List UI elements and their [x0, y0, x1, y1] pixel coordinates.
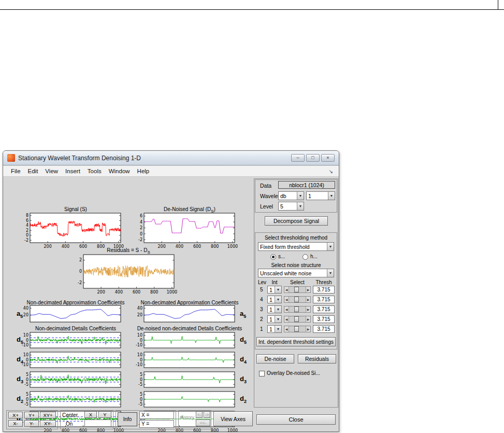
menu-view[interactable]: View: [41, 167, 62, 175]
slider-thumb[interactable]: [294, 306, 299, 312]
menu-help[interactable]: Help: [134, 167, 153, 175]
int-settings-button[interactable]: Int. dependent threshold settings: [256, 337, 336, 346]
dropdown-arrow-icon[interactable]: ▼: [297, 202, 304, 210]
center-on-field[interactable]: [84, 420, 111, 427]
threshold-input-5[interactable]: [313, 286, 335, 294]
threshold-slider-2[interactable]: ◀ ▶: [284, 316, 311, 323]
dropdown-arrow-icon[interactable]: ▼: [275, 316, 281, 323]
detail-d3-axes-right[interactable]: 50-5: [144, 372, 235, 387]
signal-axes[interactable]: 86420-22004006008001000: [30, 213, 121, 243]
int-select-5[interactable]: 1 ▼: [267, 286, 282, 294]
close-button[interactable]: Close: [256, 414, 336, 425]
detail-d5-axes-left[interactable]: 100-10: [30, 332, 121, 348]
slider-right-arrow-icon[interactable]: ▶: [306, 287, 310, 292]
zoom-x-minus-button[interactable]: X-: [8, 420, 23, 427]
residuals-axes[interactable]: 20-22004006008001000: [83, 255, 174, 288]
dropdown-arrow-icon[interactable]: ▼: [328, 192, 335, 200]
center-y-button[interactable]: Y: [98, 411, 111, 418]
decompose-button[interactable]: Decompose Signal: [265, 216, 328, 226]
slider-thumb[interactable]: [294, 287, 299, 292]
threshold-input-2[interactable]: [313, 315, 335, 323]
slider-thumb[interactable]: [294, 297, 299, 302]
dropdown-arrow-icon[interactable]: ▼: [275, 326, 281, 332]
approx-a5-axes-right[interactable]: 4020: [144, 305, 235, 322]
approx-a5-axes-left[interactable]: 4020: [30, 305, 121, 322]
dropdown-arrow-icon[interactable]: ▼: [327, 243, 334, 250]
history-forward-button[interactable]: ->: [204, 411, 210, 418]
slider-thumb[interactable]: [294, 326, 299, 332]
int-select-4[interactable]: 1 ▼: [267, 296, 282, 303]
zoom-x-plus-button[interactable]: X+: [8, 412, 23, 418]
view-axes-button[interactable]: View Axes: [213, 411, 253, 426]
history-label: History: [180, 415, 194, 420]
soft-threshold-radio[interactable]: [270, 254, 276, 260]
slider-left-arrow-icon[interactable]: ◀: [284, 326, 289, 332]
threshold-method-select[interactable]: Fixed form threshold ▼: [258, 242, 334, 251]
d4-label-right: d4: [240, 355, 247, 365]
detail-d3-axes-left[interactable]: 50-5: [30, 372, 121, 387]
noise-structure-select[interactable]: Unscaled white noise ▼: [258, 269, 334, 277]
threshold-input-1[interactable]: [313, 325, 335, 333]
slider-left-arrow-icon[interactable]: ◀: [284, 287, 289, 292]
threshold-slider-4[interactable]: ◀ ▶: [284, 296, 311, 303]
dropdown-arrow-icon[interactable]: ▼: [275, 306, 281, 313]
detail-d2-axes-right[interactable]: 50-5: [144, 392, 235, 407]
threshold-input-4[interactable]: [313, 296, 335, 303]
menu-insert[interactable]: Insert: [62, 167, 84, 175]
slider-right-arrow-icon[interactable]: ▶: [306, 316, 310, 322]
menu-window[interactable]: Window: [105, 167, 134, 175]
slider-left-arrow-icon[interactable]: ◀: [284, 297, 289, 302]
minimize-button[interactable]: –: [291, 154, 305, 162]
a5-label-right: a5: [240, 310, 246, 319]
residuals-button[interactable]: Residuals: [298, 354, 336, 364]
int-select-1[interactable]: 1 ▼: [267, 325, 282, 333]
svg-text:5: 5: [26, 392, 28, 397]
svg-text:-2: -2: [24, 238, 28, 243]
dropdown-arrow-icon[interactable]: ▼: [297, 192, 304, 200]
overlay-checkbox[interactable]: [259, 371, 265, 376]
slider-left-arrow-icon[interactable]: ◀: [284, 306, 289, 312]
detail-d5-axes-right[interactable]: 100-10: [144, 332, 235, 348]
svg-text:800: 800: [211, 428, 219, 433]
zoom-y-minus-button[interactable]: Y-: [24, 420, 39, 427]
slider-right-arrow-icon[interactable]: ▶: [306, 326, 310, 332]
threshold-slider-1[interactable]: ◀ ▶: [284, 326, 311, 332]
menu-file[interactable]: File: [7, 167, 24, 175]
window-close-button[interactable]: ×: [321, 154, 335, 162]
history-back-button[interactable]: <-: [196, 411, 203, 418]
history-rewind-button[interactable]: <<-: [196, 420, 210, 426]
int-select-2[interactable]: 1 ▼: [267, 315, 282, 323]
maximize-button[interactable]: □: [306, 154, 320, 162]
dock-arrow-icon[interactable]: ↘: [327, 169, 335, 174]
level-select[interactable]: 5 ▼: [278, 202, 304, 211]
slider-left-arrow-icon[interactable]: ◀: [284, 316, 289, 322]
menu-edit[interactable]: Edit: [24, 167, 42, 175]
int-select-3[interactable]: 1 ▼: [267, 305, 282, 313]
slider-right-arrow-icon[interactable]: ▶: [306, 306, 310, 312]
window-titlebar[interactable]: Stationary Wavelet Transform Denoising 1…: [3, 151, 339, 165]
detail-d2-axes-left[interactable]: 50-5: [30, 392, 121, 407]
denoise-button[interactable]: De-noise: [256, 354, 294, 364]
wavelet-family-select[interactable]: db ▼: [278, 191, 304, 200]
dropdown-arrow-icon[interactable]: ▼: [275, 296, 281, 303]
info-y-display: Y =: [139, 420, 174, 428]
wavelet-number-select[interactable]: 1 ▼: [306, 191, 335, 200]
slider-right-arrow-icon[interactable]: ▶: [306, 297, 310, 302]
detail-d4-axes-left[interactable]: 100-10: [30, 352, 121, 368]
svg-text:1000: 1000: [227, 244, 238, 249]
noise-structure-value: Unscaled white noise: [260, 270, 311, 276]
menu-tools[interactable]: Tools: [84, 167, 105, 175]
hard-threshold-radio[interactable]: [303, 254, 308, 260]
threshold-input-3[interactable]: [313, 305, 335, 313]
detail-d4-axes-right[interactable]: 100-10: [144, 352, 235, 368]
zoom-xy-plus-button[interactable]: XY+: [40, 412, 56, 418]
zoom-y-plus-button[interactable]: Y+: [24, 412, 39, 418]
center-x-button[interactable]: X: [84, 411, 97, 418]
dropdown-arrow-icon[interactable]: ▼: [327, 269, 334, 277]
slider-thumb[interactable]: [294, 316, 299, 322]
dropdown-arrow-icon[interactable]: ▼: [275, 286, 281, 293]
threshold-slider-3[interactable]: ◀ ▶: [284, 306, 311, 313]
threshold-slider-5[interactable]: ◀ ▶: [284, 286, 311, 293]
zoom-xy-minus-button[interactable]: XY-: [40, 420, 56, 427]
denoised-axes[interactable]: 6420-22004006008001000: [144, 213, 235, 243]
